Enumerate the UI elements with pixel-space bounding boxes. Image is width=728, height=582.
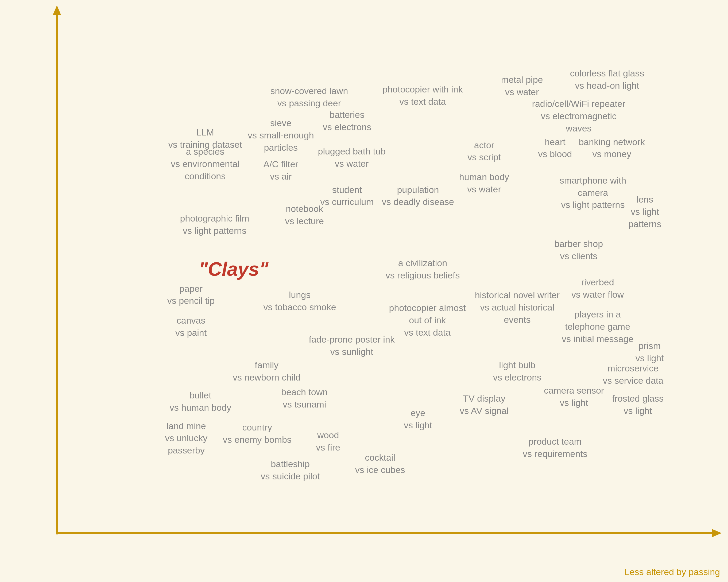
label-pupulation: pupulationvs deadly disease bbox=[382, 184, 454, 208]
label-players-telephone: players in atelephone gamevs initial mes… bbox=[562, 308, 633, 345]
label-lungs: lungsvs tobacco smoke bbox=[263, 289, 336, 314]
label-photocopier-out-ink: photocopier almostout of inkvs text data bbox=[389, 302, 466, 339]
label-radio-repeater: radio/cell/WiFi repeatervs electromagnet… bbox=[532, 98, 626, 135]
label-frosted-glass: frosted glassvs light bbox=[612, 393, 664, 417]
label-student: studentvs curriculum bbox=[320, 184, 373, 208]
higher-conductance-annotation: Less altered by passingdifferences bbox=[625, 551, 720, 582]
label-barber-shop: barber shopvs clients bbox=[554, 238, 603, 263]
label-clays: "Clays" bbox=[199, 256, 268, 282]
label-heart: heartvs blood bbox=[538, 136, 572, 161]
label-ac-filter: A/C filtervs air bbox=[263, 158, 298, 183]
label-fade-prone-poster: fade-prone poster inkvs sunlight bbox=[309, 334, 394, 358]
label-photocopier-ink: photocopier with inkvs text data bbox=[383, 83, 463, 108]
label-cocktail: cocktailvs ice cubes bbox=[355, 452, 405, 476]
x-axis bbox=[56, 532, 713, 534]
label-historical-novel: historical novel writervs actual histori… bbox=[475, 289, 560, 326]
label-plugged-bath-tub: plugged bath tubvs water bbox=[318, 146, 385, 170]
label-smartphone-camera: smartphone withcameravs light patterns bbox=[560, 175, 626, 211]
label-batteries: batteriesvs electrons bbox=[323, 109, 371, 133]
label-riverbed: riverbedvs water flow bbox=[571, 276, 624, 301]
label-lens: lensvs lightpatterns bbox=[629, 193, 661, 230]
label-product-team: product teamvs requirements bbox=[523, 435, 588, 460]
label-light-bulb: light bulbvs electrons bbox=[493, 359, 542, 384]
label-colorless-flat-glass: colorless flat glassvs head-on light bbox=[570, 67, 644, 92]
y-axis bbox=[56, 14, 58, 534]
label-metal-pipe: metal pipevs water bbox=[501, 74, 543, 98]
label-prism: prismvs light bbox=[635, 340, 664, 365]
label-banking-network: banking networkvs money bbox=[579, 136, 645, 161]
label-paper: papervs pencil tip bbox=[167, 283, 215, 307]
label-land-mine: land minevs unluckypasserby bbox=[165, 420, 208, 457]
label-battleship: battleshipvs suicide pilot bbox=[261, 458, 320, 483]
lower-conductance-annotation: More altered bypassing differences bbox=[61, 551, 139, 582]
label-civilization: a civilizationvs religious beliefs bbox=[386, 257, 460, 282]
label-microservice: microservicevs service data bbox=[603, 362, 663, 387]
label-notebook: notebookvs lecture bbox=[285, 203, 324, 228]
label-family: familyvs newborn child bbox=[233, 359, 301, 384]
label-canvas-paint: canvasvs paint bbox=[175, 315, 207, 339]
label-actor: actorvs script bbox=[467, 139, 501, 164]
label-photographic-film: photographic filmvs light patterns bbox=[180, 212, 249, 237]
label-country: countryvs enemy bombs bbox=[223, 421, 292, 446]
label-eye: eyevs light bbox=[404, 407, 432, 431]
label-beach-town: beach townvs tsunami bbox=[281, 386, 328, 411]
label-species: a speciesvs environmentalconditions bbox=[171, 146, 239, 183]
label-bullet: bulletvs human body bbox=[170, 389, 231, 414]
label-tv-display: TV displayvs AV signal bbox=[460, 393, 509, 417]
label-snow-covered-lawn: snow-covered lawnvs passing deer bbox=[270, 85, 348, 110]
label-human-body: human bodyvs water bbox=[459, 171, 509, 195]
label-wood: woodvs fire bbox=[316, 429, 340, 454]
label-camera-sensor: camera sensorvs light bbox=[544, 385, 604, 409]
chart-area: More altered bypassing differences Less … bbox=[0, 0, 728, 582]
label-sieve: sievevs small-enoughparticles bbox=[248, 117, 314, 154]
